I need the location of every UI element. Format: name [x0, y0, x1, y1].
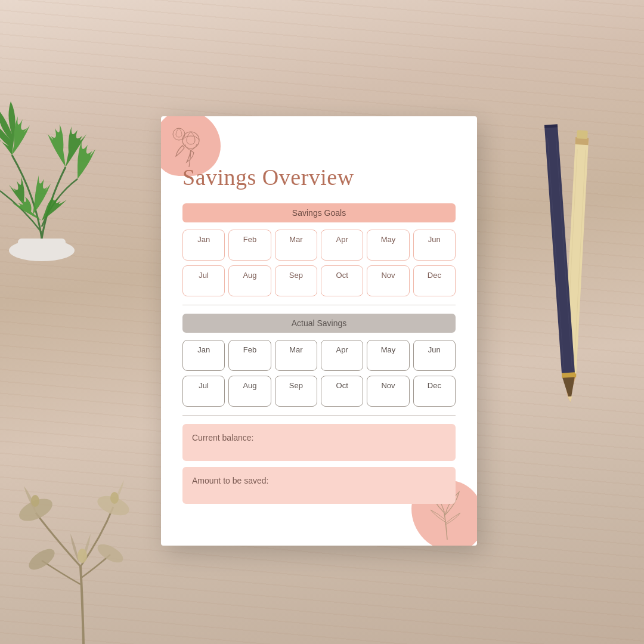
month-label-sep: Sep — [289, 381, 303, 390]
month-cell-sep[interactable]: Sep — [275, 265, 317, 296]
month-cell-aug[interactable]: Aug — [228, 376, 271, 407]
month-label-jan: Jan — [197, 345, 210, 354]
month-label-oct: Oct — [336, 271, 348, 280]
month-label-dec: Dec — [428, 271, 441, 280]
savings-goals-header: Savings Goals — [182, 203, 456, 222]
savings-goals-row1: JanFebMarAprMayJun — [182, 230, 456, 261]
amount-to-save-field[interactable]: Amount to be saved: — [182, 467, 456, 504]
month-label-jun: Jun — [428, 235, 441, 244]
savings-goals-row2: JulAugSepOctNovDec — [182, 265, 456, 296]
month-label-apr: Apr — [336, 345, 348, 354]
month-label-sep: Sep — [289, 271, 303, 280]
svg-point-6 — [78, 549, 87, 563]
month-label-mar: Mar — [289, 345, 302, 354]
section-divider-2 — [182, 415, 456, 416]
month-label-mar: Mar — [289, 235, 302, 244]
month-label-oct: Oct — [336, 381, 348, 390]
month-cell-feb[interactable]: Feb — [228, 230, 271, 261]
section-divider-1 — [182, 305, 456, 305]
plant-top-left-decoration — [0, 0, 155, 286]
page-title: Savings Overview — [182, 134, 456, 190]
month-cell-oct[interactable]: Oct — [321, 265, 363, 296]
month-label-apr: Apr — [336, 235, 348, 244]
month-label-jul: Jul — [199, 381, 209, 390]
month-cell-mar[interactable]: Mar — [275, 340, 317, 371]
month-cell-nov[interactable]: Nov — [367, 376, 409, 407]
month-cell-aug[interactable]: Aug — [228, 265, 271, 296]
month-cell-jan[interactable]: Jan — [182, 230, 225, 261]
month-label-aug: Aug — [243, 271, 256, 280]
month-cell-jun[interactable]: Jun — [413, 340, 456, 371]
month-label-may: May — [381, 235, 396, 244]
pencils-decoration — [537, 89, 608, 417]
month-label-feb: Feb — [243, 235, 256, 244]
month-cell-jan[interactable]: Jan — [182, 340, 225, 371]
month-label-dec: Dec — [428, 381, 441, 390]
month-cell-jul[interactable]: Jul — [182, 265, 225, 296]
svg-point-8 — [110, 492, 119, 504]
month-cell-mar[interactable]: Mar — [275, 230, 317, 261]
svg-rect-1 — [18, 239, 66, 253]
month-label-jun: Jun — [428, 345, 441, 354]
month-cell-dec[interactable]: Dec — [413, 376, 456, 407]
svg-rect-12 — [577, 130, 588, 139]
svg-rect-19 — [562, 372, 575, 378]
month-cell-may[interactable]: May — [367, 230, 409, 261]
card-inner-content: Savings Overview Savings Goals JanFebMar… — [161, 116, 477, 528]
month-label-jul: Jul — [199, 271, 209, 280]
month-cell-dec[interactable]: Dec — [413, 265, 456, 296]
month-cell-apr[interactable]: Apr — [321, 230, 363, 261]
svg-point-7 — [31, 495, 39, 507]
plant-bottom-left-decoration — [6, 417, 161, 644]
actual-savings-row2: JulAugSepOctNovDec — [182, 376, 456, 407]
month-cell-feb[interactable]: Feb — [228, 340, 271, 371]
month-cell-jun[interactable]: Jun — [413, 230, 456, 261]
amount-to-save-label: Amount to be saved: — [192, 476, 268, 485]
svg-point-4 — [26, 545, 58, 574]
month-label-aug: Aug — [243, 381, 256, 390]
actual-savings-header: Actual Savings — [182, 314, 456, 333]
savings-overview-card: Savings Overview Savings Goals JanFebMar… — [161, 116, 477, 546]
current-balance-label: Current balance: — [192, 433, 254, 442]
month-cell-apr[interactable]: Apr — [321, 340, 363, 371]
actual-savings-row1: JanFebMarAprMayJun — [182, 340, 456, 371]
month-label-feb: Feb — [243, 345, 256, 354]
month-cell-may[interactable]: May — [367, 340, 409, 371]
current-balance-field[interactable]: Current balance: — [182, 424, 456, 461]
svg-point-5 — [95, 540, 126, 566]
month-cell-oct[interactable]: Oct — [321, 376, 363, 407]
svg-marker-18 — [568, 397, 573, 403]
month-label-jan: Jan — [197, 235, 210, 244]
month-label-may: May — [381, 345, 396, 354]
month-cell-sep[interactable]: Sep — [275, 376, 317, 407]
month-label-nov: Nov — [381, 381, 395, 390]
month-label-nov: Nov — [381, 271, 395, 280]
month-cell-jul[interactable]: Jul — [182, 376, 225, 407]
month-cell-nov[interactable]: Nov — [367, 265, 409, 296]
